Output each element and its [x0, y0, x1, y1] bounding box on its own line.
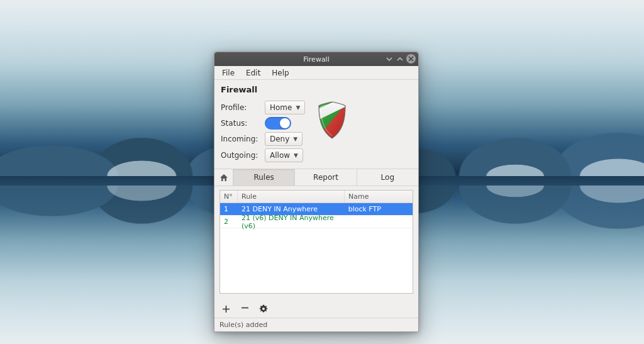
rules-pane: N° Rule Name 1 21 DENY IN Anywhere block…	[214, 186, 418, 299]
rules-table: N° Rule Name 1 21 DENY IN Anywhere block…	[219, 190, 413, 294]
tab-bar: Rules Report Log	[214, 169, 418, 186]
plus-icon	[222, 305, 230, 313]
status-text: Rule(s) added	[219, 321, 267, 329]
chevron-down-icon: ▼	[294, 152, 298, 158]
shield-icon	[316, 101, 348, 140]
col-header-rule[interactable]: Rule	[238, 191, 345, 203]
table-header: N° Rule Name	[220, 191, 413, 203]
incoming-dropdown[interactable]: Deny ▼	[265, 132, 303, 146]
menubar: File Edit Help	[214, 66, 418, 80]
panel-heading: Firewall	[221, 85, 412, 94]
settings-panel: Firewall Profile: Home ▼ Status:	[214, 80, 418, 169]
table-row[interactable]: 2 21 (v6) DENY IN Anywhere (v6)	[220, 216, 413, 228]
outgoing-dropdown-value: Allow	[270, 151, 290, 160]
home-icon	[219, 174, 228, 182]
rules-toolbar	[214, 299, 418, 318]
minimize-button[interactable]	[385, 55, 394, 64]
profile-dropdown[interactable]: Home ▼	[265, 101, 305, 114]
window-title: Firewall	[303, 55, 329, 64]
incoming-dropdown-value: Deny	[270, 135, 289, 143]
cell-number: 1	[220, 205, 238, 213]
outgoing-label: Outgoing:	[221, 151, 258, 160]
tab-rules[interactable]: Rules	[233, 169, 295, 186]
outgoing-dropdown[interactable]: Allow ▼	[265, 148, 303, 162]
cell-name: block FTP	[345, 205, 413, 213]
desktop-wallpaper: Firewall File Edit Help Firewall	[0, 0, 644, 344]
profile-dropdown-value: Home	[270, 103, 292, 112]
status-label: Status:	[221, 119, 258, 128]
minus-icon	[241, 304, 249, 312]
chevron-down-icon: ▼	[296, 104, 300, 111]
menu-file[interactable]: File	[217, 67, 240, 79]
gear-icon	[259, 304, 268, 313]
col-header-name[interactable]: Name	[345, 191, 413, 203]
menu-help[interactable]: Help	[267, 67, 294, 79]
add-rule-button[interactable]	[219, 302, 232, 315]
cell-number: 2	[220, 218, 238, 226]
menu-edit[interactable]: Edit	[241, 67, 265, 79]
remove-rule-button[interactable]	[238, 302, 251, 315]
statusbar: Rule(s) added	[214, 318, 418, 331]
settings-button[interactable]	[257, 302, 270, 315]
titlebar[interactable]: Firewall	[214, 52, 418, 66]
cell-rule: 21 DENY IN Anywhere	[238, 205, 345, 213]
tab-log[interactable]: Log	[357, 169, 418, 186]
col-header-number[interactable]: N°	[220, 191, 238, 203]
chevron-down-icon: ▼	[293, 136, 297, 142]
tab-report[interactable]: Report	[295, 169, 357, 186]
cell-rule: 21 (v6) DENY IN Anywhere (v6)	[238, 214, 345, 230]
incoming-label: Incoming:	[221, 135, 258, 143]
status-toggle[interactable]	[265, 117, 291, 130]
firewall-window: Firewall File Edit Help Firewall	[214, 52, 419, 332]
maximize-button[interactable]	[396, 55, 404, 64]
svg-point-1	[262, 308, 265, 310]
close-button[interactable]	[406, 54, 416, 64]
profile-label: Profile:	[221, 103, 258, 112]
tab-home[interactable]	[214, 169, 233, 186]
